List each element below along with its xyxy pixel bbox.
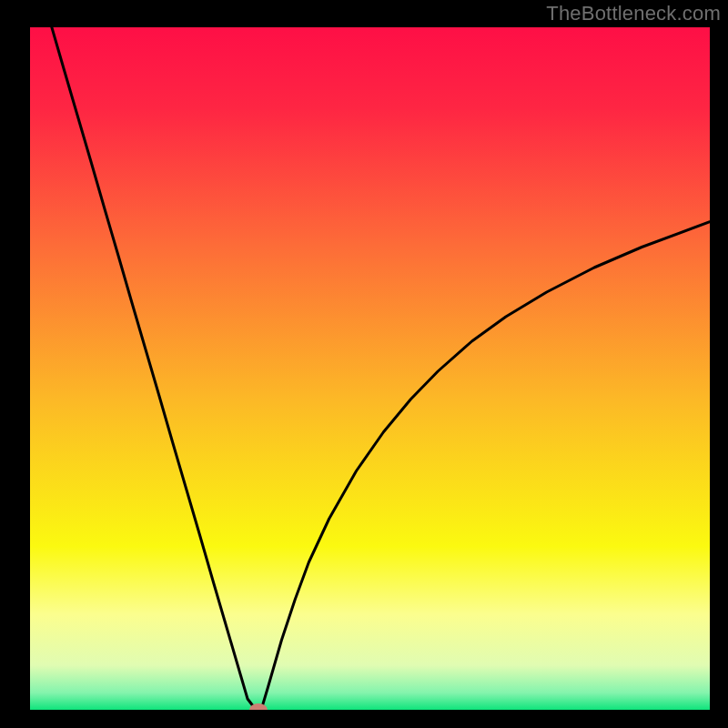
bottleneck-chart: [30, 27, 710, 710]
watermark-text: TheBottleneck.com: [546, 2, 721, 25]
chart-frame: TheBottleneck.com: [0, 0, 728, 728]
gradient-background: [30, 27, 710, 710]
